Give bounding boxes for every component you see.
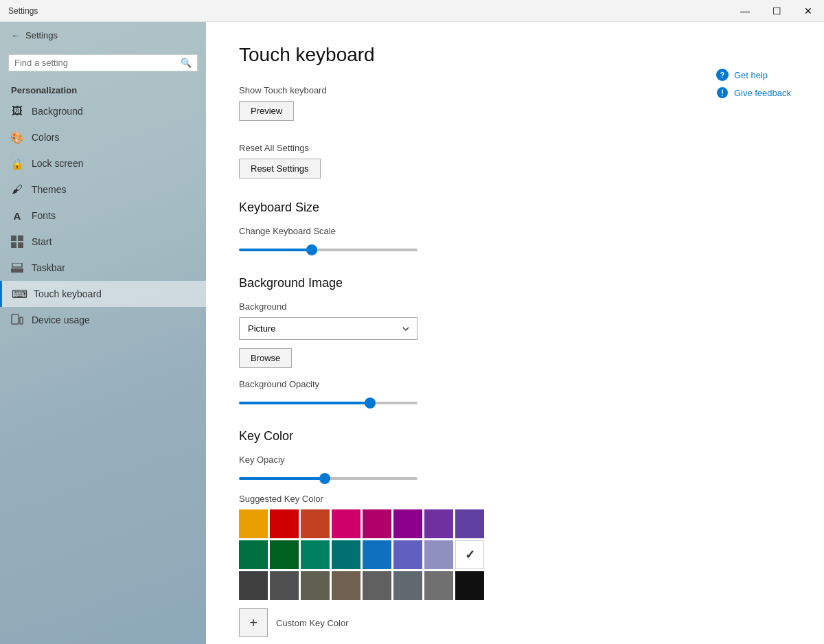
titlebar-title: Settings (8, 6, 38, 16)
background-opacity-slider-container (239, 395, 791, 407)
sidebar-item-label: Background (32, 106, 83, 117)
device-usage-icon (11, 314, 23, 326)
get-help-label: Get help (734, 70, 768, 80)
color-swatch-gray[interactable] (424, 571, 453, 600)
svg-rect-1 (18, 235, 23, 241)
preview-button[interactable]: Preview (239, 101, 294, 121)
colors-icon: 🎨 (11, 131, 23, 143)
sidebar-item-label: Fonts (32, 210, 56, 221)
help-icon: ? (716, 69, 729, 81)
color-swatch-hot-pink[interactable] (332, 509, 360, 538)
sidebar-item-label: Start (32, 236, 52, 247)
color-swatch-magenta-pink[interactable] (363, 509, 391, 538)
reset-all-settings-section: Reset All Settings Reset Settings (239, 143, 791, 179)
background-dropdown-label: Background (239, 301, 791, 312)
sidebar-back-button[interactable]: ← Settings (0, 22, 206, 49)
sidebar-item-colors[interactable]: 🎨 Colors (0, 124, 206, 150)
main-content: Touch keyboard Show Touch keyboard Previ… (206, 22, 824, 644)
feedback-icon (716, 87, 729, 99)
sidebar-item-themes[interactable]: 🖌 Themes (0, 176, 206, 203)
page-title: Touch keyboard (239, 44, 791, 66)
sidebar-item-taskbar[interactable]: Taskbar (0, 255, 206, 281)
svg-rect-7 (20, 317, 23, 324)
change-keyboard-scale-label: Change Keyboard Scale (239, 226, 791, 236)
sidebar-item-touch-keyboard[interactable]: ⌨ Touch keyboard (0, 281, 206, 307)
color-swatch-blue-gray[interactable] (393, 571, 422, 600)
keyboard-scale-slider[interactable] (239, 249, 417, 251)
titlebar: Settings — ☐ ✕ (0, 0, 824, 22)
color-swatch-medium-gray[interactable] (363, 571, 391, 600)
get-help-link[interactable]: ? Get help (716, 69, 791, 81)
color-swatch-medium-blue[interactable] (393, 540, 422, 569)
color-swatch-olive-gray[interactable] (301, 571, 330, 600)
show-touch-keyboard-section: Show Touch keyboard Preview (239, 85, 791, 121)
sidebar-item-device-usage[interactable]: Device usage (0, 307, 206, 333)
sidebar-item-label: Lock screen (32, 158, 83, 169)
color-swatch-red[interactable] (270, 509, 299, 538)
color-swatch-dark-green[interactable] (239, 540, 268, 569)
sidebar-item-label: Touch keyboard (34, 288, 102, 299)
fonts-icon: A (11, 209, 23, 222)
help-section: ? Get help Give feedback (716, 69, 791, 99)
maximize-button[interactable]: ☐ (761, 0, 792, 22)
reset-all-settings-label: Reset All Settings (239, 143, 791, 153)
sidebar-item-label: Taskbar (32, 262, 65, 273)
lock-screen-icon: 🔒 (11, 157, 23, 170)
taskbar-icon (11, 262, 23, 274)
titlebar-left: Settings (8, 6, 38, 16)
search-icon: 🔍 (181, 58, 192, 68)
sidebar-section-label: Personalization (0, 77, 206, 98)
sidebar-item-background[interactable]: 🖼 Background (0, 98, 206, 124)
color-grid (239, 509, 791, 600)
color-swatch-black[interactable] (455, 571, 484, 600)
sidebar-item-fonts[interactable]: A Fonts (0, 203, 206, 229)
color-swatch-blue[interactable] (363, 540, 391, 569)
background-image-heading: Background Image (239, 276, 791, 290)
custom-color-button[interactable]: + (239, 608, 268, 637)
color-swatch-dark-gray-1[interactable] (239, 571, 268, 600)
keyboard-size-section: Keyboard Size Change Keyboard Scale (239, 200, 791, 254)
sidebar-search-container: 🔍 (8, 54, 198, 71)
color-swatch-orange[interactable] (239, 509, 268, 538)
svg-rect-3 (18, 242, 23, 248)
sidebar-item-start[interactable]: Start (0, 229, 206, 255)
color-swatch-teal-green[interactable] (301, 540, 330, 569)
background-opacity-label: Background Opacity (239, 379, 791, 389)
background-dropdown[interactable]: Picture Color None (239, 317, 417, 340)
keyboard-size-heading: Keyboard Size (239, 200, 791, 215)
give-feedback-link[interactable]: Give feedback (716, 87, 791, 99)
minimize-button[interactable]: — (729, 0, 761, 22)
svg-rect-2 (11, 242, 16, 248)
svg-rect-6 (12, 314, 19, 324)
color-swatch-white[interactable] (455, 540, 484, 569)
color-swatch-warm-gray[interactable] (332, 571, 360, 600)
background-opacity-slider[interactable] (239, 402, 417, 404)
close-button[interactable]: ✕ (792, 0, 824, 22)
start-icon (11, 235, 23, 248)
sidebar-item-label: Colors (32, 132, 59, 143)
sidebar-item-lock-screen[interactable]: 🔒 Lock screen (0, 150, 206, 176)
keyboard-scale-slider-container (239, 242, 791, 254)
color-swatch-blue-purple[interactable] (455, 509, 484, 538)
browse-button[interactable]: Browse (239, 348, 292, 368)
color-swatch-purple[interactable] (424, 509, 453, 538)
color-swatch-dark-gray-2[interactable] (270, 571, 299, 600)
search-input[interactable] (14, 58, 181, 68)
key-opacity-slider[interactable] (239, 477, 417, 480)
reset-settings-button[interactable]: Reset Settings (239, 159, 321, 179)
key-color-section: Key Color Key Opaciy Suggested Key Color (239, 429, 791, 637)
svg-rect-5 (12, 263, 22, 267)
svg-rect-0 (11, 235, 16, 241)
key-opacity-label: Key Opaciy (239, 455, 791, 465)
sidebar-item-label: Device usage (32, 314, 90, 325)
sidebar-item-label: Themes (32, 184, 67, 195)
suggested-key-color-label: Suggested Key Color (239, 494, 791, 504)
color-swatch-teal[interactable] (332, 540, 360, 569)
color-swatch-light-blue-purple[interactable] (424, 540, 453, 569)
color-swatch-burnt-orange[interactable] (301, 509, 330, 538)
custom-color-row: + Custom Key Color (239, 608, 791, 637)
color-swatch-forest-green[interactable] (270, 540, 299, 569)
color-swatch-dark-magenta[interactable] (393, 509, 422, 538)
svg-rect-4 (11, 268, 23, 273)
sidebar: ← Settings 🔍 Personalization 🖼 Backgroun… (0, 22, 206, 644)
